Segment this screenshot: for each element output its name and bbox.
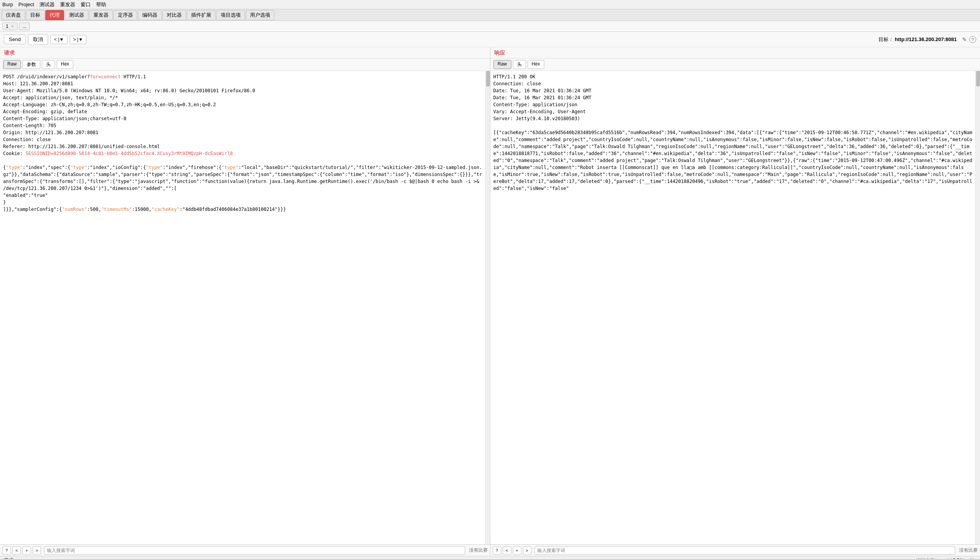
menu-bar: Burp Project 测试器 重发器 窗口 帮助: [0, 0, 980, 9]
request-content-area: POST /druid/indexer/v1/sampler?for=conne…: [0, 71, 490, 544]
request-code[interactable]: POST /druid/indexer/v1/sampler?for=conne…: [0, 71, 485, 544]
main-tab-bar: 仪表盘 目标 代理 测试器 重发器 定序器 编码器 对比器 插件扩展 项目选项 …: [0, 9, 980, 21]
response-scrollbar[interactable]: [975, 71, 980, 544]
menu-project[interactable]: Project: [18, 2, 34, 7]
tab-dashboard[interactable]: 仪表盘: [2, 10, 25, 20]
request-tab-params[interactable]: 参数: [22, 60, 40, 69]
tab-extensions[interactable]: 插件扩展: [187, 10, 216, 20]
request-tab-headers[interactable]: 头: [42, 60, 55, 69]
response-header: 响应: [490, 47, 980, 59]
request-search-add[interactable]: +: [22, 546, 31, 555]
request-search-bar: ? < + > 没有比赛: [0, 544, 490, 556]
nav-back-btn[interactable]: < |▼: [51, 35, 67, 44]
request-body: {"type":"index","spec":{"type":"index","…: [3, 165, 482, 212]
main-content: 请求 Raw 参数 头 Hex POST /druid/indexer/v1/s…: [0, 47, 980, 556]
request-header: 请求: [0, 47, 490, 59]
edit-target-icon[interactable]: ✎: [962, 36, 967, 43]
response-tab-headers[interactable]: 头: [513, 60, 526, 69]
send-button[interactable]: Send: [4, 35, 26, 44]
tab-scanner[interactable]: 测试器: [65, 10, 88, 20]
tab-intruder[interactable]: 重发器: [89, 10, 113, 20]
menu-tester[interactable]: 测试器: [40, 1, 55, 8]
menu-repeater[interactable]: 重发器: [60, 1, 75, 8]
help-icon[interactable]: ?: [969, 36, 976, 43]
request-search-next[interactable]: >: [33, 546, 41, 555]
tab-user-options[interactable]: 用户选项: [246, 10, 274, 20]
repeater-tab-close[interactable]: ×: [11, 24, 14, 29]
request-accept-enc: Accept-Encoding: gzip, deflate: [3, 109, 87, 114]
repeater-tab-1[interactable]: 1 ×: [2, 22, 17, 30]
request-panel: 请求 Raw 参数 头 Hex POST /druid/indexer/v1/s…: [0, 47, 490, 556]
request-content-type: Content-Type: application/json;charset=u…: [3, 116, 126, 121]
status-bar: 完成 328,945 bytes | 17,724 millis: [0, 556, 980, 559]
response-tab-hex[interactable]: Hex: [528, 60, 544, 69]
response-search-input[interactable]: [535, 546, 956, 555]
tab-comparer[interactable]: 对比器: [162, 10, 186, 20]
target-label: 目标： http://121.36.200.207:8081: [878, 36, 957, 43]
request-ua: User-Agent: Mozilla/5.0 (Windows NT 10.0…: [3, 88, 255, 93]
request-scrollbar-thumb: [486, 71, 490, 86]
status-right: 328,945 bytes | 17,724 millis: [917, 558, 976, 559]
request-origin: Origin: http://121.36.200.207:8081: [3, 130, 98, 135]
menu-burp[interactable]: Burp: [2, 2, 13, 7]
menu-help[interactable]: 帮助: [96, 1, 106, 8]
request-accept-lang: Accept-Language: zh-CN,zh;q=0.8,zh-TW;q=…: [3, 102, 216, 107]
menu-window[interactable]: 窗口: [81, 1, 91, 8]
cancel-button[interactable]: 取消: [28, 34, 48, 45]
request-tab-raw[interactable]: Raw: [3, 60, 21, 69]
nav-forward: > |▼: [70, 35, 86, 44]
response-panel: 响应 Raw 头 Hex HTTP/1.1 200 OK Connection:…: [490, 47, 980, 556]
response-content-area: HTTP/1.1 200 OK Connection: close Date: …: [490, 71, 980, 544]
response-scrollbar-thumb: [976, 71, 980, 86]
repeater-tab-bar: 1 × ...: [0, 21, 980, 32]
response-no-match: 没有比赛: [959, 547, 978, 554]
request-search-help[interactable]: ?: [2, 546, 11, 555]
request-scrollbar[interactable]: [485, 71, 490, 544]
tab-decoder[interactable]: 编码器: [138, 10, 162, 20]
response-tab-raw[interactable]: Raw: [493, 60, 511, 69]
response-search-bar: ? < + > 没有比赛: [490, 544, 980, 556]
response-sub-tabs: Raw 头 Hex: [490, 59, 980, 71]
repeater-tab-more[interactable]: ...: [19, 22, 30, 30]
response-search-next[interactable]: >: [523, 546, 531, 555]
request-referer: Referer: http://121.36.200.207:8081/unif…: [3, 144, 160, 149]
request-accept: Accept: application/json, text/plain, */…: [3, 95, 118, 100]
target-actions: ✎ ?: [960, 36, 976, 43]
tab-target[interactable]: 目标: [26, 10, 45, 20]
tab-sequencer[interactable]: 定序器: [114, 10, 137, 20]
request-content-length: Content-Length: 705: [3, 123, 56, 128]
request-host: Host: 121.36.200.207:8081: [3, 81, 73, 86]
toolbar: Send 取消 < |▼ > |▼ 目标： http://121.36.200.…: [0, 32, 980, 47]
request-no-match: 没有比赛: [469, 547, 488, 554]
request-tab-hex[interactable]: Hex: [57, 60, 73, 69]
response-search-help[interactable]: ?: [493, 546, 501, 555]
request-search-input[interactable]: [44, 546, 465, 555]
request-sub-tabs: Raw 参数 头 Hex: [0, 59, 490, 71]
nav-forward-btn[interactable]: > |▼: [70, 35, 86, 44]
response-search-prev[interactable]: <: [503, 546, 511, 555]
status-text: 完成: [4, 557, 917, 559]
request-connection: Connection: close: [3, 137, 51, 142]
response-code[interactable]: HTTP/1.1 200 OK Connection: close Date: …: [490, 71, 976, 544]
target-url: http://121.36.200.207:8081: [895, 36, 957, 42]
request-cookie: Cookie: SESSIONID=8256d898-5614-4c81-b0e…: [3, 151, 233, 156]
request-line1: POST /druid/indexer/v1/sampler?for=conne…: [3, 74, 146, 79]
tab-proxy[interactable]: 代理: [45, 10, 64, 20]
tab-project-options[interactable]: 项目选项: [216, 10, 245, 20]
request-search-prev[interactable]: <: [12, 546, 21, 555]
nav-back: < |▼: [50, 35, 67, 44]
response-search-add[interactable]: +: [513, 546, 521, 555]
